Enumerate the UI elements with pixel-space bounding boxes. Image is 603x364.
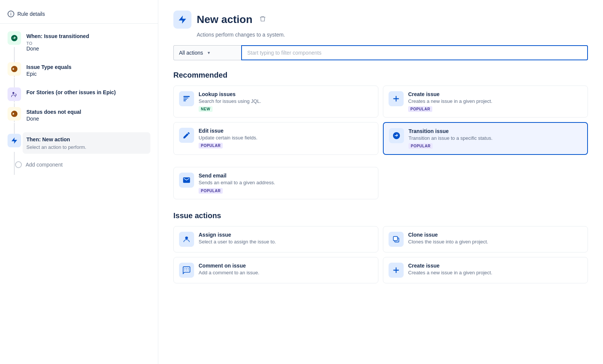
lookup-issues-icon	[179, 91, 194, 106]
main-header: New action	[173, 11, 588, 29]
when-sub: TO	[26, 41, 150, 46]
assign-issue-icon	[179, 232, 194, 247]
svg-point-5	[185, 236, 188, 239]
timeline: When: Issue transitioned TO Done Issue T…	[0, 30, 158, 174]
main-content: New action Actions perform changes to a …	[158, 0, 603, 364]
send-email-title: Send email	[199, 173, 373, 179]
filter-row: All actions ▾	[173, 45, 588, 60]
rule-details[interactable]: i Rule details	[0, 8, 158, 24]
condition2-icon	[8, 87, 21, 101]
transition-issue-desc: Transition an issue to a specific status…	[409, 135, 582, 142]
condition3-title: Status does not equal	[26, 109, 150, 116]
svg-point-0	[12, 92, 14, 94]
filter-select-label: All actions	[179, 50, 203, 56]
when-value: Done	[26, 46, 150, 52]
transition-issue-title: Transition issue	[409, 128, 582, 134]
comment-issue-desc: Add a comment to an issue.	[199, 269, 373, 276]
create-issue-desc: Creates a new issue in a given project.	[408, 98, 582, 105]
card-send-email[interactable]: Send email Sends an email to a given add…	[173, 167, 378, 199]
transition-issue-icon	[389, 128, 404, 143]
when-content: When: Issue transitioned TO Done	[26, 30, 150, 61]
when-icon	[8, 31, 21, 45]
timeline-item-when[interactable]: When: Issue transitioned TO Done	[8, 30, 150, 61]
empty-cell	[383, 167, 588, 199]
timeline-item-condition2[interactable]: For Stories (or other issues in Epic)	[8, 86, 150, 106]
clone-issue-icon	[389, 232, 404, 247]
then-content: Then: New action Select an action to per…	[23, 132, 150, 154]
issue-actions-cards-grid: Assign issue Select a user to assign the…	[173, 226, 588, 283]
comment-issue-title: Comment on issue	[199, 263, 373, 269]
svg-point-8	[185, 270, 185, 270]
send-email-icon	[179, 173, 194, 188]
edit-issue-icon	[179, 128, 194, 143]
lookup-issues-desc: Search for issues using JQL.	[199, 98, 373, 105]
assign-issue-title: Assign issue	[199, 232, 373, 238]
card-assign-issue[interactable]: Assign issue Select a user to assign the…	[173, 226, 378, 252]
svg-rect-2	[184, 98, 188, 98]
new-action-icon	[173, 11, 191, 29]
lookup-issues-body: Lookup issues Search for issues using JQ…	[199, 91, 373, 112]
rule-details-label: Rule details	[17, 11, 45, 17]
card-clone-issue[interactable]: Clone issue Clones the issue into a give…	[383, 226, 588, 252]
send-email-body: Send email Sends an email to a given add…	[199, 173, 373, 193]
when-title: When: Issue transitioned	[26, 33, 150, 40]
card-create-issue[interactable]: Create issue Creates a new issue in a gi…	[383, 86, 588, 118]
condition1-title: Issue Type equals	[26, 64, 150, 71]
card-edit-issue[interactable]: Edit issue Update certain issue fields. …	[173, 122, 378, 155]
edit-issue-desc: Update certain issue fields.	[199, 135, 373, 141]
send-email-desc: Sends an email to a given address.	[199, 179, 373, 186]
send-email-badge: POPULAR	[199, 188, 223, 194]
create-issue-2-title: Create issue	[408, 263, 582, 269]
condition1-icon	[8, 62, 21, 76]
edit-issue-badge: POPULAR	[199, 143, 223, 148]
card-transition-issue[interactable]: Transition issue Transition an issue to …	[383, 122, 588, 155]
lookup-issues-badge: NEW	[199, 106, 213, 112]
card-create-issue-2[interactable]: Create issue Creates a new issue in a gi…	[383, 257, 588, 283]
filter-input[interactable]	[241, 45, 588, 60]
edit-issue-title: Edit issue	[199, 128, 373, 134]
clone-issue-desc: Clones the issue into a given project.	[408, 239, 582, 245]
assign-issue-desc: Select a user to assign the issue to.	[199, 239, 373, 245]
add-component[interactable]: Add component	[8, 155, 150, 174]
condition1-value: Epic	[26, 71, 150, 77]
then-icon	[8, 134, 21, 147]
svg-point-10	[188, 270, 188, 270]
sidebar: i Rule details When: Issue transitioned …	[0, 0, 158, 364]
svg-rect-4	[184, 101, 186, 101]
condition3-content: Status does not equal Done	[26, 106, 150, 131]
transition-issue-badge: POPULAR	[409, 143, 433, 149]
lookup-issues-title: Lookup issues	[199, 91, 373, 97]
comment-issue-body: Comment on issue Add a comment to an iss…	[199, 263, 373, 276]
recommended-cards-grid: Lookup issues Search for issues using JQ…	[173, 86, 588, 155]
condition2-title: For Stories (or other issues in Epic)	[26, 89, 150, 96]
create-issue-badge: POPULAR	[408, 106, 432, 112]
create-issue-2-desc: Creates a new issue in a given project.	[408, 269, 582, 276]
send-email-row: Send email Sends an email to a given add…	[173, 167, 588, 199]
svg-rect-1	[184, 96, 190, 97]
timeline-item-condition1[interactable]: Issue Type equals Epic	[8, 61, 150, 86]
comment-issue-icon	[179, 263, 194, 278]
assign-issue-body: Assign issue Select a user to assign the…	[199, 232, 373, 245]
then-title: Then: New action	[26, 136, 147, 144]
condition3-icon	[8, 107, 21, 121]
action-filter-select[interactable]: All actions ▾	[173, 45, 241, 60]
condition3-value: Done	[26, 116, 150, 122]
timeline-item-then[interactable]: Then: New action Select an action to per…	[8, 131, 150, 154]
create-issue-body: Create issue Creates a new issue in a gi…	[408, 91, 582, 112]
svg-rect-7	[393, 236, 398, 240]
clone-issue-title: Clone issue	[408, 232, 582, 238]
chevron-down-icon: ▾	[208, 50, 210, 55]
recommended-section-title: Recommended	[173, 71, 588, 80]
add-component-label: Add component	[26, 162, 63, 168]
transition-issue-body: Transition issue Transition an issue to …	[409, 128, 582, 149]
timeline-item-condition3[interactable]: Status does not equal Done	[8, 106, 150, 131]
then-desc: Select an action to perform.	[26, 144, 147, 150]
create-issue-2-body: Create issue Creates a new issue in a gi…	[408, 263, 582, 276]
condition1-content: Issue Type equals Epic	[26, 61, 150, 86]
card-lookup-issues[interactable]: Lookup issues Search for issues using JQ…	[173, 86, 378, 118]
info-icon: i	[8, 11, 14, 17]
card-comment-issue[interactable]: Comment on issue Add a comment to an iss…	[173, 257, 378, 283]
delete-icon[interactable]	[259, 15, 266, 24]
condition2-content: For Stories (or other issues in Epic)	[26, 86, 150, 106]
svg-rect-3	[184, 99, 187, 100]
